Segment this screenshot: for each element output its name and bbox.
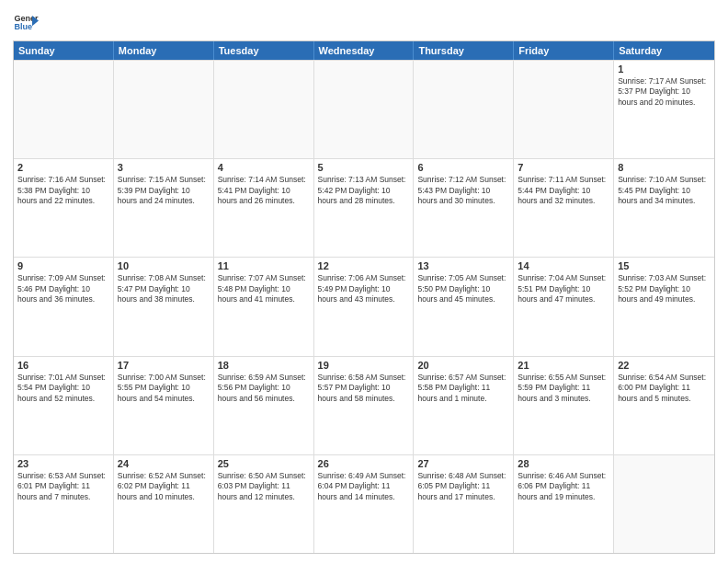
calendar-cell xyxy=(114,61,214,158)
day-number: 25 xyxy=(218,458,310,469)
day-number: 10 xyxy=(118,260,210,271)
day-info: Sunrise: 7:14 AM Sunset: 5:41 PM Dayligh… xyxy=(218,175,310,206)
calendar-cell: 9Sunrise: 7:09 AM Sunset: 5:46 PM Daylig… xyxy=(14,258,114,355)
calendar-cell xyxy=(514,61,614,158)
day-number: 4 xyxy=(218,162,310,173)
day-info: Sunrise: 7:01 AM Sunset: 5:54 PM Dayligh… xyxy=(17,373,109,404)
day-info: Sunrise: 7:15 AM Sunset: 5:39 PM Dayligh… xyxy=(118,175,210,206)
day-number: 5 xyxy=(318,162,410,173)
calendar-cell: 14Sunrise: 7:04 AM Sunset: 5:51 PM Dayli… xyxy=(514,258,614,355)
calendar-cell: 22Sunrise: 6:54 AM Sunset: 6:00 PM Dayli… xyxy=(614,357,714,454)
calendar-cell: 2Sunrise: 7:16 AM Sunset: 5:38 PM Daylig… xyxy=(14,159,114,257)
day-number: 16 xyxy=(17,360,109,371)
calendar-cell: 24Sunrise: 6:52 AM Sunset: 6:02 PM Dayli… xyxy=(114,455,214,553)
header: General Blue xyxy=(13,9,715,35)
calendar-cell xyxy=(14,61,114,158)
day-info: Sunrise: 6:50 AM Sunset: 6:03 PM Dayligh… xyxy=(218,471,310,502)
calendar-row-3: 16Sunrise: 7:01 AM Sunset: 5:54 PM Dayli… xyxy=(14,356,714,454)
day-info: Sunrise: 7:17 AM Sunset: 5:37 PM Dayligh… xyxy=(618,76,711,108)
calendar-cell: 21Sunrise: 6:55 AM Sunset: 5:59 PM Dayli… xyxy=(514,357,614,454)
calendar-cell: 1Sunrise: 7:17 AM Sunset: 5:37 PM Daylig… xyxy=(614,61,714,158)
logo: General Blue xyxy=(13,9,39,35)
calendar-cell: 5Sunrise: 7:13 AM Sunset: 5:42 PM Daylig… xyxy=(314,159,415,257)
day-info: Sunrise: 7:06 AM Sunset: 5:49 PM Dayligh… xyxy=(318,273,410,304)
calendar-cell: 6Sunrise: 7:12 AM Sunset: 5:43 PM Daylig… xyxy=(414,159,514,257)
header-day-friday: Friday xyxy=(514,41,614,60)
header-day-monday: Monday xyxy=(114,41,214,60)
day-info: Sunrise: 6:48 AM Sunset: 6:05 PM Dayligh… xyxy=(417,471,509,502)
calendar: SundayMondayTuesdayWednesdayThursdayFrid… xyxy=(13,40,715,554)
day-number: 24 xyxy=(118,458,210,469)
day-info: Sunrise: 6:57 AM Sunset: 5:58 PM Dayligh… xyxy=(417,373,509,404)
day-info: Sunrise: 6:52 AM Sunset: 6:02 PM Dayligh… xyxy=(118,471,210,502)
day-number: 23 xyxy=(17,458,109,469)
day-number: 1 xyxy=(618,63,711,75)
day-info: Sunrise: 7:03 AM Sunset: 5:52 PM Dayligh… xyxy=(618,273,711,304)
header-day-wednesday: Wednesday xyxy=(314,41,415,60)
calendar-cell: 23Sunrise: 6:53 AM Sunset: 6:01 PM Dayli… xyxy=(14,455,114,553)
day-info: Sunrise: 7:16 AM Sunset: 5:38 PM Dayligh… xyxy=(17,175,109,206)
calendar-cell: 28Sunrise: 6:46 AM Sunset: 6:06 PM Dayli… xyxy=(514,455,614,553)
calendar-cell xyxy=(614,455,714,553)
calendar-cell: 4Sunrise: 7:14 AM Sunset: 5:41 PM Daylig… xyxy=(214,159,314,257)
day-info: Sunrise: 6:59 AM Sunset: 5:56 PM Dayligh… xyxy=(218,373,310,404)
day-number: 18 xyxy=(218,360,310,371)
day-info: Sunrise: 7:11 AM Sunset: 5:44 PM Dayligh… xyxy=(518,175,609,206)
day-info: Sunrise: 7:04 AM Sunset: 5:51 PM Dayligh… xyxy=(518,273,609,304)
day-number: 26 xyxy=(318,458,410,469)
day-number: 28 xyxy=(518,458,609,469)
day-number: 2 xyxy=(17,162,109,173)
calendar-cell: 16Sunrise: 7:01 AM Sunset: 5:54 PM Dayli… xyxy=(14,357,114,454)
day-info: Sunrise: 6:54 AM Sunset: 6:00 PM Dayligh… xyxy=(618,373,711,404)
calendar-row-2: 9Sunrise: 7:09 AM Sunset: 5:46 PM Daylig… xyxy=(14,257,714,355)
calendar-cell: 26Sunrise: 6:49 AM Sunset: 6:04 PM Dayli… xyxy=(314,455,415,553)
day-info: Sunrise: 7:00 AM Sunset: 5:55 PM Dayligh… xyxy=(118,373,210,404)
calendar-cell: 12Sunrise: 7:06 AM Sunset: 5:49 PM Dayli… xyxy=(314,258,415,355)
calendar-body: 1Sunrise: 7:17 AM Sunset: 5:37 PM Daylig… xyxy=(14,60,714,553)
header-day-thursday: Thursday xyxy=(414,41,514,60)
calendar-cell xyxy=(414,61,514,158)
day-number: 22 xyxy=(618,360,711,371)
day-info: Sunrise: 6:53 AM Sunset: 6:01 PM Dayligh… xyxy=(17,471,109,502)
day-info: Sunrise: 6:49 AM Sunset: 6:04 PM Dayligh… xyxy=(318,471,410,502)
calendar-cell: 17Sunrise: 7:00 AM Sunset: 5:55 PM Dayli… xyxy=(114,357,214,454)
day-info: Sunrise: 7:09 AM Sunset: 5:46 PM Dayligh… xyxy=(17,273,109,304)
calendar-cell: 19Sunrise: 6:58 AM Sunset: 5:57 PM Dayli… xyxy=(314,357,415,454)
calendar-row-0: 1Sunrise: 7:17 AM Sunset: 5:37 PM Daylig… xyxy=(14,60,714,158)
calendar-cell: 27Sunrise: 6:48 AM Sunset: 6:05 PM Dayli… xyxy=(414,455,514,553)
day-number: 21 xyxy=(518,360,609,371)
day-info: Sunrise: 7:05 AM Sunset: 5:50 PM Dayligh… xyxy=(417,273,509,304)
day-number: 11 xyxy=(218,260,310,271)
day-number: 15 xyxy=(618,260,711,271)
calendar-cell: 7Sunrise: 7:11 AM Sunset: 5:44 PM Daylig… xyxy=(514,159,614,257)
day-number: 19 xyxy=(318,360,410,371)
calendar-header: SundayMondayTuesdayWednesdayThursdayFrid… xyxy=(14,41,714,60)
calendar-cell: 3Sunrise: 7:15 AM Sunset: 5:39 PM Daylig… xyxy=(114,159,214,257)
day-info: Sunrise: 7:13 AM Sunset: 5:42 PM Dayligh… xyxy=(318,175,410,206)
calendar-cell: 13Sunrise: 7:05 AM Sunset: 5:50 PM Dayli… xyxy=(414,258,514,355)
header-day-tuesday: Tuesday xyxy=(214,41,314,60)
day-info: Sunrise: 7:12 AM Sunset: 5:43 PM Dayligh… xyxy=(417,175,509,206)
day-number: 13 xyxy=(417,260,509,271)
day-number: 27 xyxy=(417,458,509,469)
day-number: 8 xyxy=(618,162,711,173)
day-number: 7 xyxy=(518,162,609,173)
day-number: 14 xyxy=(518,260,609,271)
day-info: Sunrise: 7:07 AM Sunset: 5:48 PM Dayligh… xyxy=(218,273,310,304)
day-info: Sunrise: 7:08 AM Sunset: 5:47 PM Dayligh… xyxy=(118,273,210,304)
day-number: 12 xyxy=(318,260,410,271)
day-number: 17 xyxy=(118,360,210,371)
day-number: 3 xyxy=(118,162,210,173)
calendar-row-1: 2Sunrise: 7:16 AM Sunset: 5:38 PM Daylig… xyxy=(14,158,714,257)
calendar-cell: 10Sunrise: 7:08 AM Sunset: 5:47 PM Dayli… xyxy=(114,258,214,355)
calendar-cell: 8Sunrise: 7:10 AM Sunset: 5:45 PM Daylig… xyxy=(614,159,714,257)
calendar-cell xyxy=(214,61,314,158)
header-day-saturday: Saturday xyxy=(614,41,714,60)
calendar-cell: 18Sunrise: 6:59 AM Sunset: 5:56 PM Dayli… xyxy=(214,357,314,454)
calendar-cell: 15Sunrise: 7:03 AM Sunset: 5:52 PM Dayli… xyxy=(614,258,714,355)
logo-icon: General Blue xyxy=(13,9,39,35)
day-info: Sunrise: 7:10 AM Sunset: 5:45 PM Dayligh… xyxy=(618,175,711,206)
day-number: 20 xyxy=(417,360,509,371)
day-info: Sunrise: 6:58 AM Sunset: 5:57 PM Dayligh… xyxy=(318,373,410,404)
calendar-cell: 20Sunrise: 6:57 AM Sunset: 5:58 PM Dayli… xyxy=(414,357,514,454)
